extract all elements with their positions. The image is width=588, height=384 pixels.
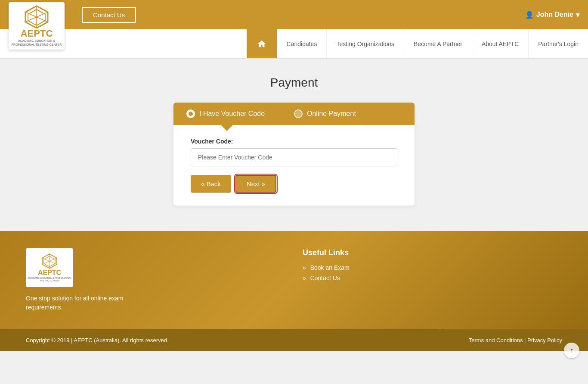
payment-actions: « Back Next »	[191, 175, 397, 193]
footer-copyright: Copyright © 2019 | AEPTC (Australia). Al…	[26, 337, 169, 343]
voucher-radio[interactable]	[186, 109, 195, 118]
payment-tabs: I Have Voucher Code Online Payment	[173, 103, 415, 125]
online-tab-label: Online Payment	[307, 110, 356, 118]
footer-link-contact-us[interactable]: Contact Us	[303, 275, 562, 281]
nav-items: Candidates Testing Organizations Become …	[69, 29, 588, 58]
footer-content: AEPTC ACADEMIC EDUCATION & PROFESSIONAL …	[26, 248, 562, 312]
tab-voucher-code[interactable]: I Have Voucher Code	[186, 109, 294, 118]
main-content: Payment I Have Voucher Code Online Payme…	[0, 59, 588, 231]
header: AEPTC ACADEMIC EDUCATION & PROFESSIONAL …	[0, 0, 588, 29]
logo-title: AEPTC	[21, 29, 53, 38]
voucher-code-input[interactable]	[191, 148, 397, 166]
page-title: Payment	[9, 76, 579, 90]
footer-logo-title: AEPTC	[38, 269, 61, 277]
voucher-tab-label: I Have Voucher Code	[199, 110, 265, 118]
footer-tagline: One stop solution for all online exam re…	[26, 294, 138, 312]
home-icon	[257, 39, 266, 49]
online-radio[interactable]	[294, 109, 303, 118]
tab-online-payment[interactable]: Online Payment	[294, 109, 402, 118]
scroll-to-top-button[interactable]: ↑	[564, 343, 579, 358]
user-name: John Denie	[536, 11, 573, 19]
nav-item-partners-login[interactable]: Partner's Login	[528, 29, 588, 58]
dropdown-icon: ▾	[576, 11, 579, 19]
header-left: AEPTC ACADEMIC EDUCATION & PROFESSIONAL …	[9, 7, 136, 23]
nav-item-about-aeptc[interactable]: About AEPTC	[472, 29, 528, 58]
footer-links: Useful Links Book an Exam Contact Us	[303, 248, 562, 285]
footer-left: AEPTC ACADEMIC EDUCATION & PROFESSIONAL …	[26, 248, 285, 312]
navigation: Candidates Testing Organizations Become …	[0, 29, 588, 59]
footer-bottom: Copyright © 2019 | AEPTC (Australia). Al…	[0, 329, 588, 351]
footer-link-book-exam[interactable]: Book an Exam	[303, 264, 562, 271]
back-button[interactable]: « Back	[191, 175, 231, 193]
nav-home-button[interactable]	[247, 29, 277, 58]
nav-item-testing-organizations[interactable]: Testing Organizations	[326, 29, 404, 58]
user-menu[interactable]: 👤 John Denie ▾	[525, 11, 579, 19]
nav-item-become-partner[interactable]: Become A Partner	[404, 29, 472, 58]
user-icon: 👤	[525, 11, 534, 19]
payment-box: I Have Voucher Code Online Payment Vouch…	[173, 103, 415, 206]
arrow-up-icon: ↑	[570, 347, 573, 354]
logo[interactable]: AEPTC ACADEMIC EDUCATION & PROFESSIONAL …	[9, 2, 65, 50]
contact-us-button[interactable]: Contact Us	[82, 7, 136, 23]
footer-logo-icon	[41, 253, 58, 269]
payment-body: Voucher Code: « Back Next »	[173, 125, 415, 206]
logo-icon	[24, 5, 50, 29]
nav-item-candidates[interactable]: Candidates	[277, 29, 327, 58]
voucher-code-label: Voucher Code:	[191, 138, 397, 145]
logo-subtitle: ACADEMIC EDUCATION & PROFESSIONAL TESTIN…	[9, 39, 65, 47]
footer-main: AEPTC ACADEMIC EDUCATION & PROFESSIONAL …	[0, 231, 588, 329]
next-button[interactable]: Next »	[235, 175, 276, 193]
footer-logo-subtitle: ACADEMIC EDUCATION & PROFESSIONAL TESTIN…	[26, 277, 73, 282]
useful-links-title: Useful Links	[303, 248, 562, 257]
footer-logo[interactable]: AEPTC ACADEMIC EDUCATION & PROFESSIONAL …	[26, 248, 73, 287]
footer-legal[interactable]: Terms and Conditions | Privacy Policy	[469, 337, 562, 343]
